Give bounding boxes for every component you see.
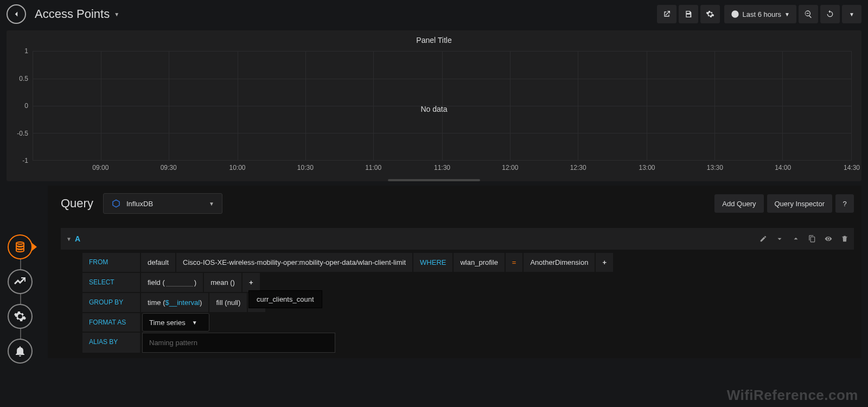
field-autocomplete-dropdown[interactable]: curr_clients_count — [248, 290, 322, 308]
x-tick: 09:30 — [161, 164, 177, 171]
select-clause-row: SELECT field ( ) mean () + curr_clients_… — [82, 273, 854, 292]
panel-title[interactable]: Panel Title — [7, 30, 861, 47]
duplicate-icon[interactable] — [808, 235, 816, 243]
field-open: field ( — [148, 278, 165, 287]
nav-tab-queries[interactable] — [8, 234, 33, 259]
aliasby-label: ALIAS BY — [82, 333, 140, 353]
back-button[interactable] — [7, 4, 26, 24]
retention-policy-segment[interactable]: default — [141, 253, 175, 272]
aliasby-row: ALIAS BY — [82, 333, 854, 353]
gear-icon — [14, 310, 27, 323]
x-tick: 12:00 — [502, 164, 518, 171]
graph-panel: Panel Title 1 0.5 0 -0.5 -1 09:00 — [7, 30, 861, 181]
save-button[interactable] — [679, 5, 698, 23]
alias-input[interactable] — [142, 333, 335, 353]
interval-variable: $__interval — [165, 298, 200, 307]
add-where-button[interactable]: + — [596, 253, 613, 272]
autocomplete-item[interactable]: curr_clients_count — [257, 295, 314, 303]
query-inspector-button[interactable]: Query Inspector — [767, 194, 833, 213]
format-select[interactable]: Time series ▼ — [142, 313, 209, 332]
groupby-time-segment[interactable]: time ($__interval) — [141, 293, 208, 312]
bell-icon — [14, 345, 27, 358]
move-up-icon[interactable] — [792, 235, 800, 243]
edit-icon[interactable] — [760, 235, 767, 243]
chart-icon — [14, 275, 27, 288]
chevron-down-icon: ▼ — [849, 11, 854, 17]
y-tick: -0.5 — [17, 130, 28, 137]
database-icon — [14, 240, 27, 253]
chevron-down-icon: ▼ — [192, 320, 197, 326]
query-row-actions — [760, 235, 848, 243]
influxdb-icon — [111, 199, 121, 208]
groupby-label: GROUP BY — [82, 293, 140, 312]
share-icon — [662, 10, 671, 18]
refresh-icon — [826, 10, 834, 18]
collapse-caret-icon[interactable]: ▼ — [66, 236, 72, 242]
watermark-text: WifiReference.com — [727, 387, 858, 404]
where-operator-segment[interactable]: = — [506, 253, 523, 272]
from-label: FROM — [82, 253, 140, 272]
datasource-name: InfluxDB — [126, 200, 153, 208]
top-toolbar: Access Points ▼ Last 6 hours ▼ ▼ — [0, 0, 868, 28]
zoom-out-button[interactable] — [799, 5, 818, 23]
save-icon — [684, 10, 693, 18]
query-section-label: Query — [61, 196, 93, 211]
x-tick: 14:30 — [844, 164, 860, 171]
from-clause-row: FROM default Cisco-IOS-XE-wireless-mobil… — [82, 253, 854, 272]
field-segment[interactable]: field ( ) — [141, 273, 203, 292]
gear-icon — [706, 10, 714, 18]
field-close: ) — [194, 278, 196, 287]
measurement-segment[interactable]: Cisco-IOS-XE-wireless-mobility-oper:mobi… — [176, 253, 412, 272]
query-letter: A — [75, 234, 80, 243]
nav-tab-visualization[interactable] — [8, 269, 33, 294]
share-button[interactable] — [657, 5, 676, 23]
settings-button[interactable] — [700, 5, 720, 23]
x-tick: 13:00 — [639, 164, 655, 171]
panel-resize-handle[interactable] — [388, 179, 480, 181]
datasource-picker[interactable]: InfluxDB ▼ — [103, 193, 222, 214]
nav-tab-alert[interactable] — [8, 339, 33, 364]
arrow-left-icon — [11, 9, 21, 19]
x-axis: 09:00 09:30 10:00 10:30 11:00 11:30 12:0… — [33, 164, 852, 173]
time-range-label: Last 6 hours — [743, 10, 782, 18]
page-title[interactable]: Access Points — [35, 7, 110, 21]
time-range-picker[interactable]: Last 6 hours ▼ — [724, 5, 796, 23]
x-tick: 13:30 — [707, 164, 723, 171]
add-query-button[interactable]: Add Query — [714, 194, 763, 213]
chart-area[interactable]: 1 0.5 0 -0.5 -1 09:00 09:30 10:00 — [7, 47, 861, 177]
query-body: FROM default Cisco-IOS-XE-wireless-mobil… — [61, 250, 854, 353]
time-close: ) — [200, 298, 202, 307]
editor-side-nav — [8, 234, 33, 364]
x-tick: 10:30 — [297, 164, 314, 171]
move-down-icon[interactable] — [776, 235, 783, 243]
refresh-interval-button[interactable]: ▼ — [842, 5, 861, 23]
add-select-button[interactable]: + — [242, 273, 260, 292]
format-value: Time series — [149, 319, 186, 327]
refresh-button[interactable] — [820, 5, 840, 23]
trash-icon[interactable] — [841, 235, 848, 243]
nodata-message: No data — [420, 105, 447, 113]
x-tick: 14:00 — [775, 164, 791, 171]
formatas-label: FORMAT AS — [82, 313, 140, 332]
eye-icon[interactable] — [825, 235, 832, 243]
where-value-segment[interactable]: AnotherDimension — [524, 253, 595, 272]
x-tick: 11:30 — [434, 164, 450, 171]
field-input-caret[interactable] — [166, 279, 193, 287]
query-help-button[interactable]: ? — [835, 194, 854, 213]
formatas-row: FORMAT AS Time series ▼ — [82, 313, 854, 332]
nav-tab-general[interactable] — [8, 304, 33, 329]
x-tick: 09:00 — [92, 164, 108, 171]
chevron-down-icon: ▼ — [209, 201, 214, 207]
where-key-segment[interactable]: wlan_profile — [454, 253, 504, 272]
title-dropdown-caret[interactable]: ▼ — [114, 11, 119, 17]
query-row-header[interactable]: ▼ A — [61, 228, 854, 250]
chevron-down-icon: ▼ — [784, 11, 790, 17]
groupby-fill-segment[interactable]: fill (null) — [209, 293, 247, 312]
time-open: time ( — [148, 298, 165, 307]
aggregate-segment[interactable]: mean () — [204, 273, 241, 292]
y-tick: 0.5 — [19, 75, 28, 82]
query-header: Query InfluxDB ▼ Add Query Query Inspect… — [61, 193, 854, 214]
x-tick: 11:00 — [365, 164, 381, 171]
where-keyword: WHERE — [413, 253, 452, 272]
x-tick: 12:30 — [570, 164, 586, 171]
